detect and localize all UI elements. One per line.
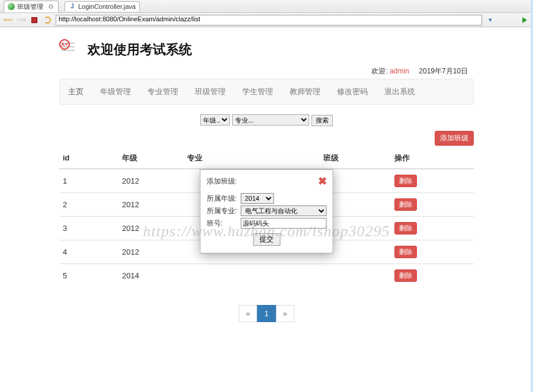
- url-dropdown-icon[interactable]: ▾: [486, 15, 495, 25]
- th-major: 专业: [184, 148, 320, 169]
- nav-class[interactable]: 班级管理: [187, 79, 234, 104]
- cell-grade: 2012: [118, 169, 184, 193]
- cell-op: 删除: [391, 240, 474, 264]
- page-next[interactable]: »: [276, 305, 294, 322]
- pin-icon[interactable]: ⯐: [46, 3, 54, 10]
- nav-teacher[interactable]: 教师管理: [281, 79, 329, 104]
- delete-button[interactable]: 删除: [394, 198, 417, 211]
- delete-button[interactable]: 删除: [394, 222, 417, 234]
- th-grade: 年级: [118, 148, 184, 169]
- dialog-major-select[interactable]: 电气工程与自动化: [241, 205, 327, 216]
- cell-grade: 2012: [118, 240, 184, 264]
- ide-tab-label: LoginController.java: [78, 3, 136, 10]
- page-title: 欢迎使用考试系统: [88, 41, 192, 59]
- ide-tabbar: 班级管理 ⯐ J LoginController.java: [0, 0, 533, 13]
- page-header: A+ 欢迎使用考试系统: [59, 33, 474, 64]
- nav-grade[interactable]: 年级管理: [92, 79, 139, 104]
- url-input[interactable]: [59, 15, 479, 23]
- cell-op: 删除: [391, 192, 474, 216]
- delete-button[interactable]: 删除: [394, 269, 417, 282]
- nav-student[interactable]: 学生管理: [234, 79, 281, 104]
- globe-icon: [8, 3, 15, 10]
- page-1[interactable]: 1: [257, 305, 275, 322]
- dialog-code-label: 班号:: [207, 219, 239, 229]
- cell-id: 4: [59, 240, 118, 264]
- nav-logout[interactable]: 退出系统: [376, 79, 423, 104]
- cell-class_: [320, 264, 391, 287]
- navbar: 主页 年级管理 专业管理 班级管理 学生管理 教师管理 修改密码 退出系统: [59, 79, 474, 105]
- ide-tab-browser[interactable]: 班级管理 ⯐: [4, 1, 59, 12]
- filter-major-select[interactable]: 专业...: [232, 114, 309, 126]
- cell-major: [184, 264, 320, 287]
- nav-home[interactable]: 主页: [60, 79, 92, 104]
- cell-id: 2: [59, 192, 118, 216]
- table-row: 52014删除: [59, 264, 474, 287]
- dialog-code-input[interactable]: [241, 218, 327, 229]
- refresh-icon[interactable]: [43, 15, 52, 25]
- forward-icon[interactable]: ⟹: [17, 15, 26, 25]
- logo: A+: [59, 39, 81, 60]
- cell-op: 删除: [391, 169, 474, 193]
- nav-password[interactable]: 修改密码: [329, 79, 376, 104]
- dialog-major-label: 所属专业:: [207, 206, 239, 216]
- java-icon: J: [69, 3, 76, 10]
- cell-op: 删除: [391, 216, 474, 240]
- dialog-grade-select[interactable]: 2014: [241, 193, 274, 204]
- th-op: 操作: [391, 148, 474, 169]
- pagination: «1»: [59, 305, 474, 322]
- delete-button[interactable]: 删除: [394, 175, 417, 187]
- page-prev[interactable]: «: [239, 305, 257, 322]
- nav-major[interactable]: 专业管理: [139, 79, 187, 104]
- ide-toolbar: ⟸ ⟹ ▾: [0, 13, 533, 27]
- welcome-row: 欢迎: admin 2019年7月10日: [59, 64, 474, 79]
- window-edge: [531, 0, 533, 340]
- ide-tab-java[interactable]: J LoginController.java: [65, 1, 140, 11]
- cell-grade: 2012: [118, 216, 184, 240]
- dialog-grade-label: 所属年级:: [207, 194, 239, 204]
- welcome-user: admin: [390, 67, 409, 75]
- add-class-button[interactable]: 添加班级: [435, 131, 474, 146]
- delete-button[interactable]: 删除: [394, 246, 417, 258]
- welcome-date: 2019年7月10日: [419, 67, 468, 75]
- cell-grade: 2014: [118, 264, 184, 287]
- filter-grade-select[interactable]: 年级...: [200, 114, 230, 126]
- cell-id: 5: [59, 264, 118, 287]
- welcome-prefix: 欢迎:: [371, 67, 390, 75]
- logo-badge-icon: A+: [59, 39, 70, 50]
- dialog-submit-button[interactable]: 提交: [253, 233, 280, 246]
- cell-op: 删除: [391, 264, 474, 287]
- cell-id: 3: [59, 216, 118, 240]
- ide-tab-label: 班级管理: [17, 2, 43, 11]
- close-icon[interactable]: ✖: [318, 175, 327, 188]
- add-class-dialog: 添加班级: ✖ 所属年级: 2014 所属专业: 电气工程与自动化 班号: 提交: [200, 169, 333, 253]
- filter-row: 年级... 专业... 搜索: [59, 114, 474, 126]
- back-icon[interactable]: ⟸: [4, 15, 13, 25]
- stop-icon[interactable]: [30, 15, 39, 25]
- th-class: 班级: [320, 148, 391, 169]
- cell-id: 1: [59, 169, 118, 193]
- th-id: id: [59, 148, 118, 169]
- url-bar[interactable]: [56, 15, 482, 25]
- cell-grade: 2012: [118, 192, 184, 216]
- run-icon[interactable]: [520, 15, 529, 25]
- search-button[interactable]: 搜索: [312, 115, 333, 126]
- dialog-title: 添加班级:: [207, 176, 237, 187]
